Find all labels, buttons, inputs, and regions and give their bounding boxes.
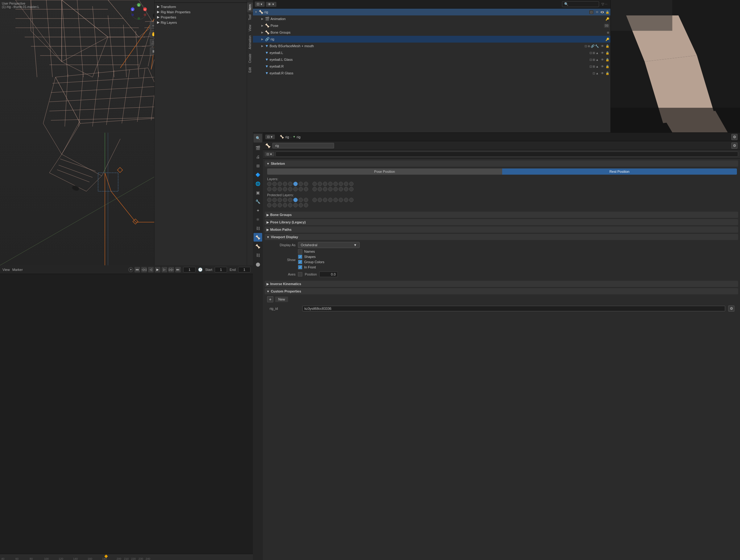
- player-dot-20[interactable]: [288, 203, 292, 207]
- tab-item[interactable]: Item: [247, 2, 253, 12]
- props-search-bar[interactable]: 🔍: [254, 134, 262, 143]
- props-tab-output[interactable]: 🖨: [254, 153, 262, 161]
- new-custom-prop-btn[interactable]: New: [275, 296, 288, 302]
- names-checkbox[interactable]: [298, 249, 302, 254]
- player-dot-3[interactable]: [283, 198, 287, 202]
- layer-dot-26[interactable]: [323, 187, 327, 191]
- outliner-item-pose[interactable]: ▶ 🦴 Pose 99: [253, 22, 611, 29]
- tab-view[interactable]: View: [247, 23, 253, 33]
- props-tab-world[interactable]: 🌐: [254, 179, 262, 188]
- layer-dot-29[interactable]: [339, 187, 343, 191]
- player-dot-19[interactable]: [283, 203, 287, 207]
- props-search-input-wrap[interactable]: [275, 152, 738, 157]
- layer-dot-3[interactable]: [283, 182, 287, 186]
- layer-dot-25[interactable]: [318, 187, 322, 191]
- player-dot-9[interactable]: [318, 198, 322, 202]
- layer-dot-2[interactable]: [278, 182, 282, 186]
- player-dot-17[interactable]: [272, 203, 277, 207]
- pose-library-header[interactable]: ▶ Pose Library (Legacy): [265, 219, 738, 225]
- player-dot-14[interactable]: [344, 198, 348, 202]
- timeline-content[interactable]: [0, 274, 253, 551]
- tab-edit[interactable]: Edit: [247, 66, 253, 74]
- props-tab-view-layer[interactable]: ⊞: [254, 161, 262, 170]
- axes-checkbox[interactable]: [298, 272, 302, 276]
- step-forward-btn[interactable]: ▷: [162, 267, 167, 272]
- layer-dot-15[interactable]: [349, 182, 354, 186]
- layer-dot-16[interactable]: [267, 187, 271, 191]
- outliner-mode-dropdown[interactable]: ⊡ ▼: [255, 2, 265, 7]
- next-keyframe-btn[interactable]: ▷▷: [168, 267, 174, 272]
- outliner-item-eyeball-r-glass[interactable]: ▼ eyeball.R Glass ⊡ ▲ 👁 🔒: [253, 70, 611, 77]
- layer-dot-28[interactable]: [334, 187, 338, 191]
- props-tab-data[interactable]: 🦴: [254, 233, 262, 242]
- outliner-item-bone-groups[interactable]: ▶ 🦴 Bone Groups ⊕: [253, 29, 611, 36]
- group-colors-checkbox[interactable]: ✓: [298, 260, 302, 264]
- n-panel-rig-layers[interactable]: ▶ Rig Layers ⋯: [155, 20, 253, 25]
- current-frame-display[interactable]: 1: [183, 267, 196, 272]
- play-btn[interactable]: ▶: [155, 267, 160, 272]
- props-tab-render[interactable]: 🎬: [254, 144, 262, 152]
- layer-dot-8[interactable]: [312, 182, 317, 186]
- n-panel-transform[interactable]: ▶ Transform ⋯: [155, 4, 253, 9]
- nav-widget[interactable]: X Y Z: [129, 2, 148, 21]
- layer-dot-23[interactable]: [304, 187, 308, 191]
- axes-position-input[interactable]: 0.0: [319, 272, 338, 277]
- custom-properties-header[interactable]: ▼ Custom Properties: [265, 288, 738, 294]
- player-dot-18[interactable]: [278, 203, 282, 207]
- jump-to-start-btn[interactable]: ⏮: [134, 267, 140, 272]
- props-tab-scene[interactable]: 🔷: [254, 170, 262, 179]
- player-dot-23[interactable]: [304, 203, 308, 207]
- player-dot-16[interactable]: [267, 203, 271, 207]
- layer-dot-9[interactable]: [318, 182, 322, 186]
- tab-animation[interactable]: Animation: [247, 34, 253, 51]
- tab-tool[interactable]: Tool: [247, 13, 253, 22]
- player-dot-10[interactable]: [323, 198, 327, 202]
- player-dot-6[interactable]: [299, 198, 303, 202]
- layer-dot-4[interactable]: [288, 182, 292, 186]
- props-tab-particles[interactable]: ✦: [254, 206, 262, 215]
- player-dot-2[interactable]: [278, 198, 282, 202]
- layer-dot-10[interactable]: [323, 182, 327, 186]
- props-settings-btn[interactable]: ⚙: [731, 134, 738, 140]
- props-tab-physics[interactable]: ⚛: [254, 215, 262, 224]
- props-tab-bone-constraints[interactable]: ⛓: [254, 251, 262, 260]
- layer-dot-20[interactable]: [288, 187, 292, 191]
- player-dot-13[interactable]: [339, 198, 343, 202]
- start-frame[interactable]: 1: [215, 267, 227, 272]
- outliner-search-input[interactable]: [568, 2, 597, 6]
- object-name-field[interactable]: rig: [272, 143, 334, 149]
- player-dot-22[interactable]: [299, 203, 303, 207]
- player-dot-11[interactable]: [328, 198, 333, 202]
- outliner-item-eyeball-l-glass[interactable]: ▼ eyeball.L Glass ⊡ ⊞ ▲ 👁 🔒: [253, 56, 611, 63]
- layer-dot-21[interactable]: [293, 187, 298, 191]
- step-back-btn[interactable]: ◁: [148, 267, 154, 272]
- outliner-item-eyeball-l[interactable]: ▼ eyeball.L ⊡ ⊞ ▲ 👁 🔒: [253, 50, 611, 56]
- custom-prop-value-rig-id[interactable]: kz3ystl68cc83336: [302, 306, 725, 311]
- display-as-dropdown[interactable]: Octahedral ▼: [298, 242, 737, 248]
- outliner-item-rig-data[interactable]: ▶ 🔗 rig 🔑: [253, 36, 611, 42]
- props-tab-constraints[interactable]: ⛓: [254, 224, 262, 232]
- player-dot-1[interactable]: [272, 198, 277, 202]
- props-mode-btn[interactable]: ⊡ ▼: [265, 134, 275, 139]
- n-panel-rig-main[interactable]: ▶ Rig Main Properties ⋯: [155, 9, 253, 14]
- end-frame[interactable]: 1: [238, 267, 251, 272]
- layer-dot-31[interactable]: [349, 187, 354, 191]
- bone-groups-header[interactable]: ▶ Bone Groups: [265, 212, 738, 218]
- rest-position-btn[interactable]: Rest Position: [502, 169, 737, 175]
- viewport-display-header[interactable]: ▼ Viewport Display: [265, 234, 738, 240]
- tab-create[interactable]: Create: [247, 52, 253, 65]
- timeline-view-label[interactable]: View: [2, 268, 10, 272]
- outliner-item-rig-armature[interactable]: ▼ 🦴 rig ⊡ 👁 👁‍🗨 🔒: [253, 9, 611, 15]
- player-dot-12[interactable]: [334, 198, 338, 202]
- outliner-item-body-mesh[interactable]: ▶ ▼ Body BSurfaceMesh + mouth ⊡ ⊕ 🔗 🔧 👁 …: [253, 42, 611, 50]
- motion-paths-header[interactable]: ▶ Motion Paths: [265, 226, 738, 232]
- outliner-item-animation[interactable]: ▶ 🎬 Animation 🔑: [253, 15, 611, 22]
- player-dot-15[interactable]: [349, 198, 354, 202]
- timeline-marker-label[interactable]: Marker: [12, 268, 23, 272]
- layer-dot-27[interactable]: [328, 187, 333, 191]
- skeleton-header[interactable]: ▼ Skeleton: [265, 161, 738, 167]
- layer-dot-14[interactable]: [344, 182, 348, 186]
- jump-to-end-btn[interactable]: ⏭: [175, 267, 181, 272]
- custom-prop-settings-icon[interactable]: ⚙: [728, 305, 734, 312]
- layer-dot-12[interactable]: [334, 182, 338, 186]
